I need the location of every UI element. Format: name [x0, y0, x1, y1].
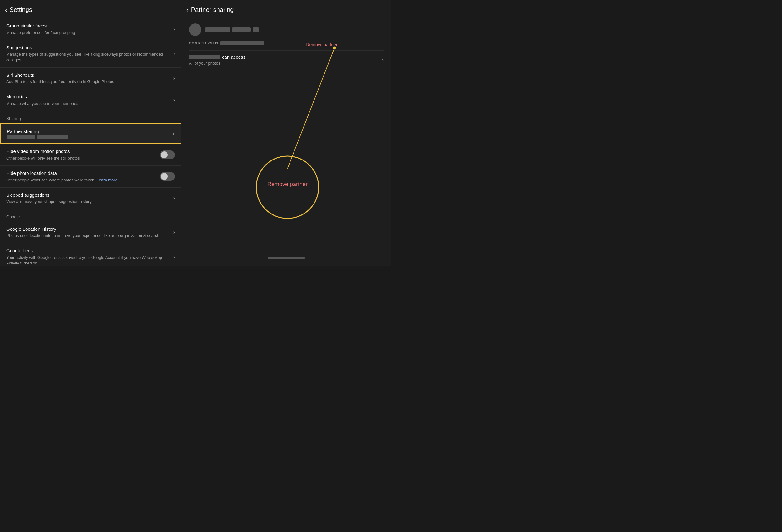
item-title-google-lens: Google Lens: [6, 248, 170, 254]
chevron-icon-siri-shortcuts: ›: [173, 76, 175, 81]
partner-name-redacted: [205, 28, 259, 32]
redacted-name-1: [7, 135, 35, 139]
partner-account-row: [189, 24, 384, 36]
settings-item-partner-sharing[interactable]: Partner sharing ›: [0, 123, 181, 144]
settings-title: Settings: [10, 6, 32, 13]
access-name-block: [189, 55, 220, 59]
item-subtitle-partner-sharing: [7, 135, 169, 139]
settings-item-siri-shortcuts[interactable]: Siri Shortcuts Add Shortcuts for things …: [0, 68, 181, 89]
item-title-hide-location: Hide photo location data: [6, 170, 156, 177]
settings-header: ‹ Settings: [0, 0, 181, 18]
svg-point-3: [256, 156, 319, 219]
partner-sharing-content: SHARED WITH can access All of your photo…: [181, 18, 391, 77]
shared-name-redacted: [220, 41, 264, 45]
chevron-icon-partner-sharing: ›: [173, 131, 174, 137]
settings-list: Group similar faces Manage preferences f…: [0, 18, 181, 266]
hide-video-toggle[interactable]: [160, 150, 175, 159]
settings-panel: ‹ Settings Group similar faces Manage pr…: [0, 0, 181, 266]
access-row[interactable]: can access All of your photos ›: [189, 50, 384, 69]
item-title-partner-sharing: Partner sharing: [7, 128, 169, 135]
redacted-name-2: [37, 135, 68, 139]
chevron-icon-group-similar-faces: ›: [173, 26, 175, 32]
item-subtitle-memories: Manage what you see in your memories: [6, 101, 170, 107]
chevron-icon-google-lens: ›: [173, 254, 175, 260]
item-subtitle-suggestions: Manage the types of suggestions you see,…: [6, 51, 170, 63]
settings-back-button[interactable]: ‹: [5, 6, 7, 13]
item-subtitle-google-location: Photos uses location info to improve you…: [6, 233, 170, 238]
settings-item-suggestions[interactable]: Suggestions Manage the types of suggesti…: [0, 40, 181, 68]
partner-back-button[interactable]: ‹: [186, 6, 189, 13]
settings-item-skipped-suggestions[interactable]: Skipped suggestions View & remove your s…: [0, 188, 181, 210]
chevron-icon-memories: ›: [173, 98, 175, 103]
item-title-hide-video: Hide video from motion photos: [6, 148, 156, 155]
item-title-skipped-suggestions: Skipped suggestions: [6, 192, 170, 198]
item-title-memories: Memories: [6, 94, 170, 100]
bottom-bar: [268, 257, 305, 259]
settings-item-memories[interactable]: Memories Manage what you see in your mem…: [0, 89, 181, 111]
settings-item-google-lens[interactable]: Google Lens Your activity with Google Le…: [0, 243, 181, 266]
item-title-suggestions: Suggestions: [6, 45, 170, 51]
settings-item-group-similar-faces[interactable]: Group similar faces Manage preferences f…: [0, 18, 181, 40]
partner-avatar: [189, 24, 202, 36]
item-subtitle-google-lens: Your activity with Google Lens is saved …: [6, 255, 170, 266]
settings-item-hide-location[interactable]: Hide photo location data Other people wo…: [0, 166, 181, 188]
google-section-label: Google: [0, 210, 181, 222]
name-block-3: [253, 28, 259, 32]
partner-sharing-panel: ‹ Partner sharing SHARED WITH can access: [181, 0, 391, 266]
chevron-icon-access: ›: [382, 57, 384, 63]
chevron-icon-skipped-suggestions: ›: [173, 195, 175, 201]
shared-with-label: SHARED WITH: [189, 41, 218, 45]
partner-sharing-title: Partner sharing: [191, 6, 234, 13]
chevron-icon-suggestions: ›: [173, 51, 175, 56]
partner-sharing-header: ‹ Partner sharing: [181, 0, 391, 18]
chevron-icon-google-location: ›: [173, 229, 175, 235]
settings-item-hide-video[interactable]: Hide video from motion photos Other peop…: [0, 144, 181, 166]
item-title-group-similar-faces: Group similar faces: [6, 23, 170, 29]
item-subtitle-siri-shortcuts: Add Shortcuts for things you frequently …: [6, 79, 170, 85]
sharing-section-label: Sharing: [0, 111, 181, 123]
svg-text:Remove partner: Remove partner: [267, 181, 308, 187]
item-subtitle-skipped-suggestions: View & remove your skipped suggestion hi…: [6, 199, 170, 204]
item-title-google-location: Google Location History: [6, 226, 170, 232]
hide-location-toggle[interactable]: [160, 172, 175, 181]
access-can-text: can access: [222, 54, 245, 60]
bottom-bar-container: [181, 255, 391, 266]
shared-with-row: SHARED WITH: [189, 41, 384, 45]
item-subtitle-group-similar-faces: Manage preferences for face grouping: [6, 30, 170, 36]
name-block-1: [205, 28, 230, 32]
access-subtitle: All of your photos: [189, 61, 382, 66]
learn-more-link[interactable]: Learn more: [97, 178, 117, 182]
item-subtitle-hide-location: Other people won't see where photos were…: [6, 177, 156, 183]
name-block-2: [232, 28, 251, 32]
item-subtitle-hide-video: Other people will only see the still pho…: [6, 155, 156, 161]
item-title-siri-shortcuts: Siri Shortcuts: [6, 72, 170, 78]
settings-item-google-location[interactable]: Google Location History Photos uses loca…: [0, 222, 181, 243]
